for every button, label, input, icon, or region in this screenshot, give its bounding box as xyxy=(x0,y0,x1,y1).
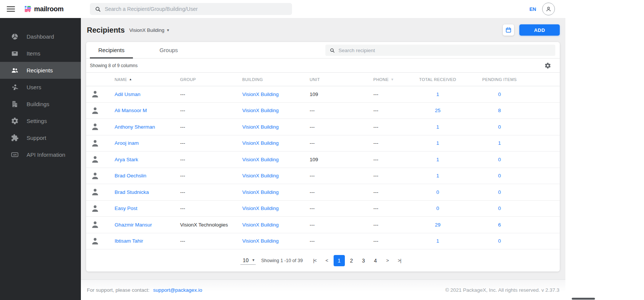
sidebar-item-label: Dashboard xyxy=(27,33,54,40)
sidebar-item-label: Support xyxy=(27,135,46,141)
recipient-avatar-icon xyxy=(90,89,100,99)
recipient-building-link[interactable]: VisionX Building xyxy=(232,124,299,130)
page-button-2[interactable]: 2 xyxy=(346,255,358,266)
recipient-name-link[interactable]: Arooj inam xyxy=(104,140,170,146)
recipient-phone: --- xyxy=(363,124,408,130)
sidebar-item-label: Users xyxy=(27,84,41,90)
sidebar-item-dashboard[interactable]: Dashboard xyxy=(0,28,81,45)
hamburger-menu-icon[interactable] xyxy=(7,6,15,12)
header-building: BUILDING xyxy=(232,77,299,82)
recipient-group[interactable]: VisionX Technologies xyxy=(170,222,232,228)
recipient-building-link[interactable]: VisionX Building xyxy=(232,189,299,195)
recipient-total-received-link[interactable]: 29 xyxy=(408,222,468,228)
next-page-button[interactable]: > xyxy=(382,255,394,266)
recipient-building-link[interactable]: VisionX Building xyxy=(232,108,299,113)
recipient-pending-items-link[interactable]: 0 xyxy=(468,173,531,178)
recipient-total-received-link[interactable]: 1 xyxy=(408,140,468,146)
recipient-phone: --- xyxy=(363,108,408,113)
table-header: NAME ▲ GROUP BUILDING UNIT PHONE ▼ TOTAL… xyxy=(86,73,560,86)
page-size-select[interactable]: 10 ▾ xyxy=(240,256,256,265)
calendar-button[interactable] xyxy=(503,24,514,36)
table-row: Easy Post --- VisionX Building --- --- 0… xyxy=(86,201,560,217)
recipient-pending-items-link[interactable]: 8 xyxy=(468,108,531,113)
recipient-total-received-link[interactable]: 1 xyxy=(408,173,468,178)
recipient-building-link[interactable]: VisionX Building xyxy=(232,206,299,211)
recipient-unit: 109 xyxy=(299,157,363,162)
header-phone[interactable]: PHONE ▼ xyxy=(363,77,408,82)
app-logo[interactable]: mailroom xyxy=(25,5,64,13)
language-selector[interactable]: EN xyxy=(529,6,536,12)
recipient-name-link[interactable]: Arya Stark xyxy=(104,157,170,162)
gear-icon xyxy=(544,62,551,69)
recipient-name-link[interactable]: Ghazmir Mansur xyxy=(104,222,170,228)
person-icon xyxy=(545,5,552,13)
recipient-name-link[interactable]: Anthony Sherman xyxy=(104,124,170,130)
sort-ascending-icon: ▲ xyxy=(129,78,132,81)
recipient-total-received-link[interactable]: 0 xyxy=(408,189,468,195)
recipient-pending-items-link[interactable]: 0 xyxy=(468,189,531,195)
horizontal-scrollbar-thumb[interactable] xyxy=(572,298,595,300)
recipient-building-link[interactable]: VisionX Building xyxy=(232,173,299,178)
recipient-total-received-link[interactable]: 1 xyxy=(408,92,468,97)
user-avatar[interactable] xyxy=(542,3,555,15)
sidebar-item-support[interactable]: Support xyxy=(0,129,81,146)
recipient-pending-items-link[interactable]: 0 xyxy=(468,238,531,244)
table-row: Brad Oechslin --- VisionX Building --- -… xyxy=(86,168,560,184)
recipient-total-received-link[interactable]: 1 xyxy=(408,238,468,244)
recipient-unit: 109 xyxy=(299,92,363,97)
recipient-name-link[interactable]: Ali Mansoor M xyxy=(104,108,170,113)
recipient-pending-items-link[interactable]: 6 xyxy=(468,222,531,228)
recipient-pending-items-link[interactable]: 0 xyxy=(468,124,531,130)
sidebar-item-users[interactable]: Users xyxy=(0,79,81,96)
header-name[interactable]: NAME ▲ xyxy=(104,77,170,82)
recipient-group: --- xyxy=(170,173,232,178)
sidebar-item-label: Buildings xyxy=(27,101,49,107)
recipient-name-link[interactable]: Ibtisam Tahir xyxy=(104,238,170,244)
recipient-total-received-link[interactable]: 1 xyxy=(408,124,468,130)
recipient-name-link[interactable]: Adil Usman xyxy=(104,92,170,97)
recipient-name-link[interactable]: Brad Oechslin xyxy=(104,173,170,178)
recipient-pending-items-link[interactable]: 0 xyxy=(468,206,531,211)
recipient-building-link[interactable]: VisionX Building xyxy=(232,157,299,162)
recipient-pending-items-link[interactable]: 1 xyxy=(468,140,531,146)
support-email-link[interactable]: support@packagex.io xyxy=(153,287,202,293)
table-row: Ibtisam Tahir --- VisionX Building --- -… xyxy=(86,233,560,250)
calendar-icon xyxy=(505,27,512,33)
recipient-building-link[interactable]: VisionX Building xyxy=(232,222,299,228)
building-selector[interactable]: VisionX Building ▾ xyxy=(129,27,169,33)
sidebar-item-items[interactable]: Items xyxy=(0,45,81,62)
first-page-button[interactable]: |< xyxy=(309,255,321,266)
tab-recipients[interactable]: Recipients xyxy=(90,42,133,58)
sidebar-item-api-information[interactable]: API API Information xyxy=(0,146,81,163)
table-row: Arooj inam --- VisionX Building --- --- … xyxy=(86,135,560,152)
page-button-3[interactable]: 3 xyxy=(358,255,370,266)
page-button-4[interactable]: 4 xyxy=(370,255,382,266)
recipient-search-input[interactable] xyxy=(338,48,551,53)
global-search-input[interactable] xyxy=(105,6,287,12)
recipient-group: --- xyxy=(170,124,232,130)
last-page-button[interactable]: >| xyxy=(394,255,405,266)
sidebar-item-settings[interactable]: Settings xyxy=(0,112,81,129)
tab-groups[interactable]: Groups xyxy=(147,42,190,58)
recipient-total-received-link[interactable]: 25 xyxy=(408,108,468,113)
recipient-name-link[interactable]: Brad Studnicka xyxy=(104,189,170,195)
recipient-name-link[interactable]: Easy Post xyxy=(104,206,170,211)
mailroom-logo-icon xyxy=(25,6,32,13)
add-button[interactable]: ADD xyxy=(519,24,560,36)
page-button-1[interactable]: 1 xyxy=(334,255,345,266)
sidebar-item-buildings[interactable]: Buildings xyxy=(0,96,81,112)
sidebar-item-recipients[interactable]: Recipients xyxy=(0,62,81,79)
recipient-phone: --- xyxy=(363,222,408,228)
sort-caret-icon: ▼ xyxy=(391,78,394,81)
recipient-total-received-link[interactable]: 1 xyxy=(408,157,468,162)
recipient-pending-items-link[interactable]: 0 xyxy=(468,92,531,97)
recipient-pending-items-link[interactable]: 0 xyxy=(468,157,531,162)
header-group: GROUP xyxy=(170,77,232,82)
column-settings-button[interactable] xyxy=(544,62,552,69)
recipient-building-link[interactable]: VisionX Building xyxy=(232,140,299,146)
prev-page-button[interactable]: < xyxy=(321,255,333,266)
chevron-down-icon: ▾ xyxy=(167,28,169,32)
recipient-building-link[interactable]: VisionX Building xyxy=(232,92,299,97)
recipient-total-received-link[interactable]: 0 xyxy=(408,206,468,211)
recipient-building-link[interactable]: VisionX Building xyxy=(232,238,299,244)
